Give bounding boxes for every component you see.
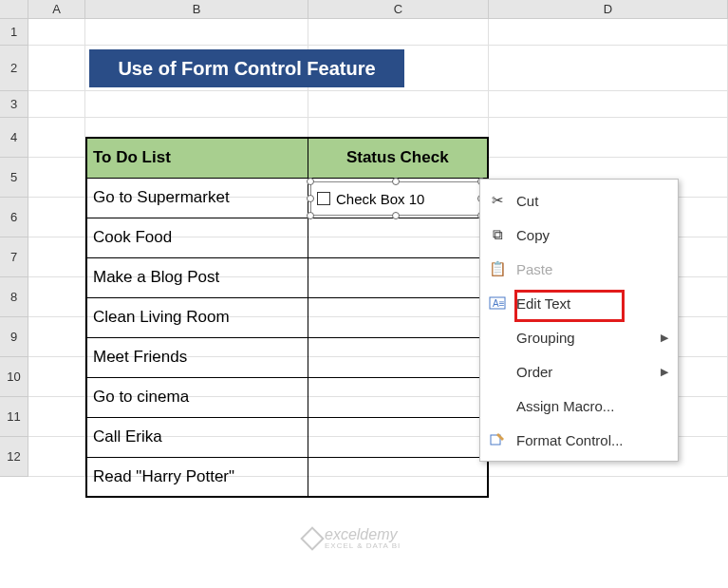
cell[interactable] xyxy=(489,91,728,118)
row-header-1[interactable]: 1 xyxy=(0,19,28,46)
cell[interactable] xyxy=(28,158,85,198)
table-row[interactable] xyxy=(308,337,488,377)
row-header-12[interactable]: 12 xyxy=(0,437,28,477)
cell[interactable] xyxy=(489,118,728,158)
cell[interactable] xyxy=(28,397,85,437)
blank-icon xyxy=(488,328,507,347)
menu-order[interactable]: Order ▶ xyxy=(480,354,678,389)
page-title: Use of Form Control Feature xyxy=(89,49,404,87)
watermark-text: exceldemy EXCEL & DATA BI xyxy=(325,526,401,550)
col-header-A[interactable]: A xyxy=(28,0,85,19)
row-header-5[interactable]: 5 xyxy=(0,158,28,198)
menu-assign-macro[interactable]: Assign Macro... xyxy=(480,389,678,423)
menu-edit-text-label: Edit Text xyxy=(516,295,668,312)
header-status: Status Check xyxy=(308,138,488,178)
menu-paste-label: Paste xyxy=(516,261,668,277)
cell[interactable] xyxy=(28,237,85,277)
cell[interactable] xyxy=(308,19,489,46)
checkbox-icon[interactable] xyxy=(317,192,330,205)
cell[interactable] xyxy=(28,357,85,397)
cell[interactable] xyxy=(85,19,308,46)
column-headers: A B C D xyxy=(0,0,728,19)
table-row[interactable]: Meet Friends xyxy=(86,337,308,377)
checkbox-label: Check Box 10 xyxy=(336,191,424,207)
table-row[interactable] xyxy=(308,377,488,417)
checkbox-form-control[interactable]: Check Box 10 xyxy=(310,181,481,216)
menu-grouping[interactable]: Grouping ▶ xyxy=(480,320,678,354)
diamond-icon xyxy=(300,526,324,550)
menu-paste: 📋 Paste xyxy=(480,252,678,286)
cell[interactable] xyxy=(85,91,308,118)
blank-icon xyxy=(488,362,507,381)
menu-copy-label: Copy xyxy=(516,227,668,243)
copy-icon: ⧉ xyxy=(488,225,507,244)
row-header-10[interactable]: 10 xyxy=(0,357,28,397)
paste-icon: 📋 xyxy=(488,259,507,278)
table-row[interactable] xyxy=(308,457,488,497)
chevron-right-icon: ▶ xyxy=(661,332,668,344)
cell[interactable] xyxy=(28,277,85,317)
table-row[interactable]: Clean Living Room xyxy=(86,297,308,337)
table-row[interactable] xyxy=(308,257,488,297)
selection-handle[interactable] xyxy=(392,212,400,219)
cell[interactable] xyxy=(28,437,85,477)
cell[interactable] xyxy=(28,198,85,237)
cell[interactable] xyxy=(28,118,85,158)
selection-handle[interactable] xyxy=(307,195,314,202)
table-row[interactable]: Go to cinema xyxy=(86,377,308,417)
blank-icon xyxy=(488,396,507,415)
col-header-B[interactable]: B xyxy=(85,0,308,19)
row-header-2[interactable]: 2 xyxy=(0,46,28,91)
table-row[interactable] xyxy=(308,297,488,337)
selection-handle[interactable] xyxy=(307,178,314,185)
svg-text:A≡: A≡ xyxy=(493,298,505,309)
row-header-11[interactable]: 11 xyxy=(0,397,28,437)
menu-cut-label: Cut xyxy=(516,193,668,209)
menu-assign-macro-label: Assign Macro... xyxy=(516,398,668,414)
menu-edit-text[interactable]: A≡ Edit Text xyxy=(480,286,678,320)
table-row[interactable]: Call Erika xyxy=(86,417,308,457)
menu-copy[interactable]: ⧉ Copy xyxy=(480,218,678,252)
menu-grouping-label: Grouping xyxy=(516,330,651,346)
select-all-corner[interactable] xyxy=(0,0,28,19)
cell[interactable] xyxy=(489,46,728,91)
edit-text-icon: A≡ xyxy=(488,294,507,313)
row-header-6[interactable]: 6 xyxy=(0,198,28,237)
header-todo: To Do List xyxy=(86,138,308,178)
row-header-7[interactable]: 7 xyxy=(0,237,28,277)
format-control-icon xyxy=(488,430,507,449)
table-row[interactable]: Make a Blog Post xyxy=(86,257,308,297)
table-row[interactable] xyxy=(308,218,488,257)
col-header-D[interactable]: D xyxy=(489,0,728,19)
menu-cut[interactable]: ✂ Cut xyxy=(480,183,678,218)
table-row[interactable]: Read "Harry Potter" xyxy=(86,457,308,497)
context-menu: ✂ Cut ⧉ Copy 📋 Paste A≡ Edit Text Groupi… xyxy=(479,179,679,462)
cell[interactable] xyxy=(28,19,85,46)
scissors-icon: ✂ xyxy=(488,191,507,210)
row-header-9[interactable]: 9 xyxy=(0,317,28,357)
row-header-3[interactable]: 3 xyxy=(0,91,28,118)
row-header-4[interactable]: 4 xyxy=(0,118,28,158)
menu-order-label: Order xyxy=(516,364,651,380)
col-header-C[interactable]: C xyxy=(308,0,489,19)
selection-handle[interactable] xyxy=(307,212,314,219)
cell[interactable] xyxy=(28,46,85,91)
cell[interactable] xyxy=(28,91,85,118)
cell[interactable] xyxy=(489,19,728,46)
watermark: exceldemy EXCEL & DATA BI xyxy=(304,526,401,550)
chevron-right-icon: ▶ xyxy=(661,366,668,378)
menu-format-control-label: Format Control... xyxy=(516,432,668,448)
title-text: Use of Form Control Feature xyxy=(118,58,375,80)
menu-format-control[interactable]: Format Control... xyxy=(480,423,678,457)
table-row[interactable]: Go to Supermarket xyxy=(86,178,308,218)
cell[interactable] xyxy=(28,317,85,357)
table-row[interactable]: Cook Food xyxy=(86,218,308,257)
table-row[interactable] xyxy=(308,417,488,457)
row-header-8[interactable]: 8 xyxy=(0,277,28,317)
cell[interactable] xyxy=(308,91,489,118)
selection-handle[interactable] xyxy=(392,178,400,185)
